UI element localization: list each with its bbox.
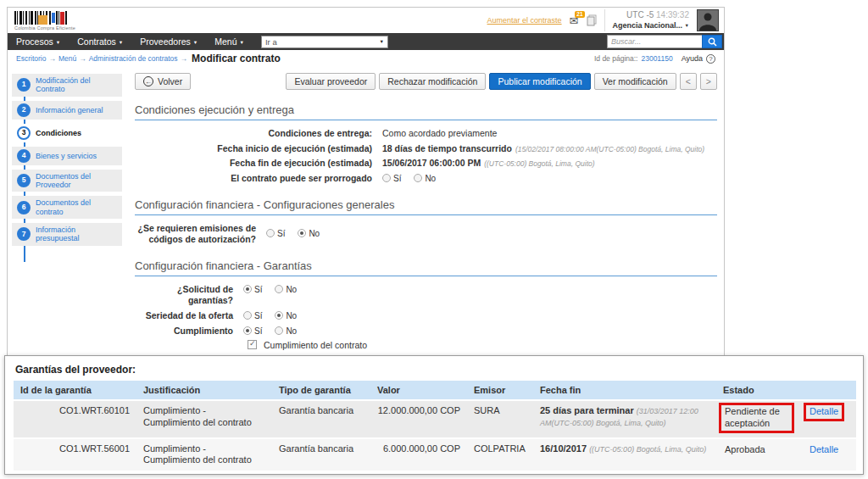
step-number: 6 (17, 201, 31, 214)
person-icon (698, 10, 718, 31)
mail-icon[interactable]: ✉ 21 (570, 15, 579, 26)
guarantees-table: Id de la garantía Justificación Tipo de … (14, 379, 856, 472)
step-number: 7 (17, 227, 31, 241)
agency-menu[interactable]: Agencia Nacional... ▼ (613, 21, 690, 31)
back-button[interactable]: ← Volver (135, 73, 191, 90)
chevron-down-icon: ▼ (56, 40, 60, 45)
section-title-condiciones: Condiciones ejecución y entrega (135, 103, 717, 120)
sidebar-step-docs-proveedor[interactable]: 5 Documentos del Proveedor (12, 170, 122, 192)
checkbox-label: Cumplimiento del contrato (264, 340, 367, 352)
detail-link[interactable]: Detalle (810, 406, 838, 416)
nav-item-proveedores[interactable]: Proveedores▼ (140, 36, 198, 47)
form-row: Fecha inicio de ejecución (estimada) 18 … (135, 143, 717, 155)
field-label: Fecha inicio de ejecución (estimada) (135, 143, 382, 155)
contrast-link[interactable]: Aumentar el contraste (487, 16, 562, 25)
goto-select[interactable]: Ir a ▼ (261, 36, 388, 48)
radio-codigos-no[interactable] (298, 229, 306, 237)
page-id-label: Id de página:: (594, 54, 638, 63)
radio-seriedad-si[interactable] (243, 311, 252, 320)
evaluate-provider-button[interactable]: Evaluar proveedor (286, 73, 376, 90)
section-title-config-general: Configuración financiera - Configuracion… (135, 198, 717, 215)
radio-codigos-si[interactable] (266, 229, 275, 237)
next-button[interactable]: > (700, 73, 717, 90)
detail-highlight-box: Detalle (804, 403, 844, 421)
step-number: 3 (17, 126, 31, 140)
field-label: ¿Solicitud de garantías? (135, 284, 243, 307)
guarantee-value: 6.000.000,00 COP (370, 439, 467, 471)
chevron-down-icon: ▼ (685, 23, 689, 28)
clock-time: 14:39:32 (656, 10, 689, 19)
utc-label: UTC -5 (626, 10, 654, 19)
header-divider (604, 9, 605, 31)
copy-icon[interactable] (587, 14, 597, 26)
column-header-estado: Estado (716, 381, 801, 399)
sidebar-step-informacion-general[interactable]: 2 Información general (12, 101, 122, 120)
column-header-detalle (801, 381, 856, 399)
sidebar-step-modificacion[interactable]: 1 Modificación del Contrato (12, 74, 122, 97)
search-input[interactable] (607, 35, 702, 48)
nav-item-contratos[interactable]: Contratos▼ (77, 36, 123, 47)
guarantee-status: Aprobada (716, 439, 801, 471)
help-icon[interactable]: ? (706, 54, 715, 64)
search-icon (708, 37, 717, 47)
toolbar: ← Volver Evaluar proveedor Rechazar modi… (135, 73, 717, 90)
radio-prorroga-si[interactable] (382, 174, 391, 182)
avatar[interactable] (697, 9, 719, 31)
page-title: Modificar contrato (192, 53, 281, 64)
chevron-down-icon: ▼ (193, 40, 198, 45)
content-area: 1 Modificación del Contrato 2 Informació… (8, 67, 724, 356)
guarantee-detail-cell: Detalle (801, 401, 856, 437)
guarantee-type: Garantía bancaria (272, 439, 370, 471)
step-label: Documentos del contrato (36, 198, 120, 216)
reject-modification-button[interactable]: Rechazar modificación (379, 73, 486, 90)
guarantee-issuer: COLPATRIA (467, 439, 533, 471)
page-id-value: 23001150 (641, 54, 672, 63)
guarantee-id: CO1.WRT.56001 (14, 439, 136, 471)
detail-link[interactable]: Detalle (810, 444, 838, 454)
logo-caption: Colombia Compra Eficiente (14, 25, 75, 31)
radio-solicitud-no[interactable] (275, 285, 283, 293)
back-arrow-icon: ← (143, 76, 153, 86)
guarantee-end-date: 25 días para terminar (31/03/2017 12:00 … (533, 401, 716, 437)
guarantee-justification: Cumplimiento - Cumplimiento del contrato (136, 401, 272, 437)
nav-item-menu[interactable]: Menú▼ (214, 36, 244, 47)
radio-solicitud-si[interactable] (243, 285, 252, 293)
step-label: Documentos del Proveedor (36, 172, 120, 190)
chevron-down-icon: ▼ (239, 40, 243, 45)
guarantee-justification: Cumplimiento - Cumplimiento del contrato (136, 439, 272, 471)
status-box: Aprobada (719, 441, 771, 460)
column-header-valor: Valor (370, 381, 467, 399)
app-logo[interactable]: Colombia Compra Eficiente (14, 11, 75, 31)
sidebar-step-info-presupuestal[interactable]: 7 Información presupuestal (12, 223, 122, 246)
radio-prorroga-no[interactable] (414, 174, 422, 182)
prev-button[interactable]: < (680, 73, 697, 90)
field-note: (15/02/2017 08:00:00 AM(UTC-05:00) Bogot… (515, 145, 704, 153)
breadcrumb-link-admin-contratos[interactable]: Administración de contratos (89, 54, 178, 63)
form-row: El contrato puede ser prorrogado Sí No (135, 173, 717, 185)
radio-cumplimiento-si[interactable] (243, 326, 252, 335)
field-note: ((UTC-05:00) Bogotá, Lima, Quito) (484, 159, 594, 168)
breadcrumb-link-escritorio[interactable]: Escritorio (16, 54, 46, 63)
field-label: Fecha fin de ejecución (estimada) (135, 158, 382, 170)
toolbar-actions: Evaluar proveedor Rechazar modificación … (286, 73, 717, 90)
view-modification-button[interactable]: Ver modificación (594, 73, 676, 90)
sidebar-step-condiciones[interactable]: 3 Condiciones (12, 124, 122, 142)
table-row: CO1.WRT.56001 Cumplimiento - Cumplimient… (14, 439, 856, 471)
breadcrumb-link-menu[interactable]: Menú (58, 54, 76, 63)
field-label: El contrato puede ser prorrogado (135, 173, 382, 185)
chevron-down-icon: ▼ (119, 40, 123, 45)
sidebar-step-docs-contrato[interactable]: 6 Documentos del contrato (12, 196, 122, 219)
nav-item-procesos[interactable]: Procesos▼ (16, 36, 60, 47)
table-row: CO1.WRT.60101 Cumplimiento - Cumplimient… (14, 401, 856, 437)
help-label[interactable]: Ayuda (682, 54, 703, 63)
radio-cumplimiento-no[interactable] (275, 326, 283, 335)
sidebar-step-bienes-servicios[interactable]: 4 Bienes y servicios (12, 147, 122, 165)
publish-modification-button[interactable]: Publicar modificación (489, 73, 590, 90)
status-highlight-box: Pendiente de aceptación (719, 403, 794, 433)
search-button[interactable] (702, 35, 722, 48)
table-header-row: Id de la garantía Justificación Tipo de … (14, 381, 856, 399)
radio-seriedad-no[interactable] (275, 311, 283, 320)
step-label: Información presupuestal (36, 226, 120, 243)
checkbox-cumplimiento-contrato[interactable] (248, 340, 257, 349)
breadcrumb-arrow-icon: → (181, 54, 188, 63)
